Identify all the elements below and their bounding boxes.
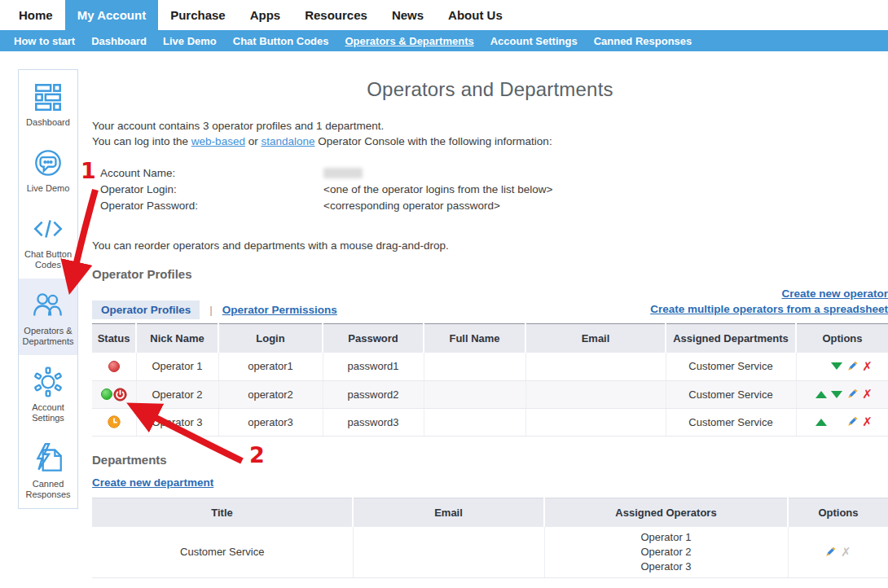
pencil-icon xyxy=(846,415,859,428)
move-down-button[interactable] xyxy=(829,360,844,373)
delete-button[interactable]: ✗ xyxy=(859,360,875,373)
tab-operator-permissions[interactable]: Operator Permissions xyxy=(222,304,337,316)
edit-button[interactable] xyxy=(844,388,859,401)
departments-table: Title Email Assigned Operators Options C… xyxy=(92,498,888,578)
password-cell: password1 xyxy=(323,353,424,380)
topnav-purchase[interactable]: Purchase xyxy=(158,0,238,30)
subnav-how-to-start[interactable]: How to start xyxy=(6,35,83,47)
subnav-chat-button-codes[interactable]: Chat Button Codes xyxy=(225,35,337,47)
sidebar-label: Chat Button Codes xyxy=(21,249,75,270)
web-based-link[interactable]: web-based xyxy=(191,135,245,147)
main-content: Operators and Departments Your account c… xyxy=(92,72,888,578)
topnav-apps[interactable]: Apps xyxy=(238,0,293,30)
sidebar-item-chat-button-codes[interactable]: Chat Button Codes xyxy=(19,202,77,279)
sidebar-item-account-settings[interactable]: Account Settings xyxy=(19,355,77,432)
sidebar-label: Account Settings xyxy=(21,402,75,423)
operator-password-value: <corresponding operator password> xyxy=(323,198,500,214)
col-options: Options xyxy=(788,498,888,527)
email-cell xyxy=(525,408,666,436)
subnav-operators-departments[interactable]: Operators & Departments xyxy=(337,35,482,47)
create-new-department-link[interactable]: Create new department xyxy=(92,476,213,489)
standalone-link[interactable]: standalone xyxy=(261,135,314,147)
col-password: Password xyxy=(323,324,424,353)
operator-password-row: Operator Password: <corresponding operat… xyxy=(100,198,888,214)
intro-text: Your account contains 3 operator profile… xyxy=(92,118,888,149)
move-up-button[interactable] xyxy=(813,415,829,428)
create-links: Create new operator Create multiple oper… xyxy=(650,286,888,317)
operators-header-row: Status Nick Name Login Password Full Nam… xyxy=(92,324,888,353)
tab-operator-profiles[interactable]: Operator Profiles xyxy=(92,301,200,319)
intro-line-1: Your account contains 3 operator profile… xyxy=(92,118,888,134)
topnav-news[interactable]: News xyxy=(380,0,436,30)
operator-row-3: Operator 3 operator3 password3 Customer … xyxy=(92,408,888,436)
email-cell xyxy=(525,380,666,408)
account-name-row: Account Name: xyxy=(100,165,888,182)
move-down-button[interactable] xyxy=(829,388,844,401)
empty-slot xyxy=(829,415,844,428)
operator-row-2: Operator 2 operator2 password2 Customer … xyxy=(92,380,888,408)
assigned-operator: Operator 1 xyxy=(548,530,785,545)
departments-heading: Departments xyxy=(92,453,888,467)
status-online-icon xyxy=(101,388,112,400)
edit-button[interactable] xyxy=(844,415,859,428)
create-new-operator-link[interactable]: Create new operator xyxy=(781,287,888,300)
assigned-operators-cell: Operator 1 Operator 2 Operator 3 xyxy=(544,527,788,578)
reorder-note: You can reorder operators and department… xyxy=(92,239,888,252)
operator-login-value: <one of the operator logins from the lis… xyxy=(323,182,552,198)
col-email: Email xyxy=(525,324,666,353)
password-cell: password2 xyxy=(323,380,424,408)
department-row-1: Customer Service Operator 1 Operator 2 O… xyxy=(92,527,888,578)
sidebar-item-operators-departments[interactable]: Operators & Departments xyxy=(19,279,77,355)
delete-button[interactable]: ✗ xyxy=(859,415,875,428)
operator-password-label: Operator Password: xyxy=(100,198,323,214)
operator-profiles-toolbar: Create new operator Create multiple oper… xyxy=(92,286,888,323)
col-assigned-departments: Assigned Departments xyxy=(666,324,796,353)
pencil-icon xyxy=(824,546,837,559)
col-email: Email xyxy=(353,498,544,527)
delete-button[interactable]: ✗ xyxy=(859,388,875,401)
col-nick-name: Nick Name xyxy=(136,324,218,353)
top-navigation: Home My Account Purchase Apps Resources … xyxy=(0,0,888,30)
status-away-icon xyxy=(108,415,121,428)
create-multiple-operators-link[interactable]: Create multiple operators from a spreads… xyxy=(650,303,888,315)
password-cell: password3 xyxy=(323,408,424,436)
col-options: Options xyxy=(796,324,888,353)
assigned-departments-cell: Customer Service xyxy=(666,408,796,436)
code-icon xyxy=(31,212,65,246)
edit-button[interactable] xyxy=(844,360,859,373)
operators-table: Status Nick Name Login Password Full Nam… xyxy=(92,323,888,437)
col-login: Login xyxy=(218,324,323,353)
empty-slot xyxy=(813,360,829,373)
col-status: Status xyxy=(92,324,136,353)
force-logout-icon[interactable] xyxy=(113,388,127,402)
sidebar-label: Operators & Departments xyxy=(21,326,75,347)
sidebar-item-dashboard[interactable]: Dashboard xyxy=(19,70,77,136)
full-name-cell xyxy=(424,408,525,436)
login-cell: operator1 xyxy=(218,353,323,380)
subnav-dashboard[interactable]: Dashboard xyxy=(83,35,155,47)
move-up-button[interactable] xyxy=(813,388,829,401)
full-name-cell xyxy=(424,353,525,380)
topnav-resources[interactable]: Resources xyxy=(292,0,380,30)
sidebar-item-live-demo[interactable]: Live Demo xyxy=(19,136,77,202)
operator-login-label: Operator Login: xyxy=(100,182,323,198)
delete-button-disabled: ✗ xyxy=(838,546,854,559)
pencil-icon xyxy=(846,388,859,401)
sub-navigation: How to start Dashboard Live Demo Chat Bu… xyxy=(0,30,888,51)
sidebar-item-canned-responses[interactable]: Canned Responses xyxy=(19,432,77,508)
edit-button[interactable] xyxy=(823,546,838,559)
topnav-about-us[interactable]: About Us xyxy=(436,0,515,30)
departments-header-row: Title Email Assigned Operators Options xyxy=(92,498,888,527)
topnav-my-account[interactable]: My Account xyxy=(65,0,158,30)
department-title-cell: Customer Service xyxy=(92,527,353,578)
nick-name-cell: Operator 1 xyxy=(136,353,218,380)
full-name-cell xyxy=(424,380,525,408)
topnav-home[interactable]: Home xyxy=(7,0,65,30)
sidebar-label: Dashboard xyxy=(21,117,75,128)
subnav-account-settings[interactable]: Account Settings xyxy=(482,35,586,47)
subnav-live-demo[interactable]: Live Demo xyxy=(155,35,225,47)
sidebar-label: Canned Responses xyxy=(21,479,75,500)
department-email-cell xyxy=(353,527,544,578)
subnav-canned-responses[interactable]: Canned Responses xyxy=(586,35,701,47)
assigned-operator: Operator 3 xyxy=(548,559,785,574)
